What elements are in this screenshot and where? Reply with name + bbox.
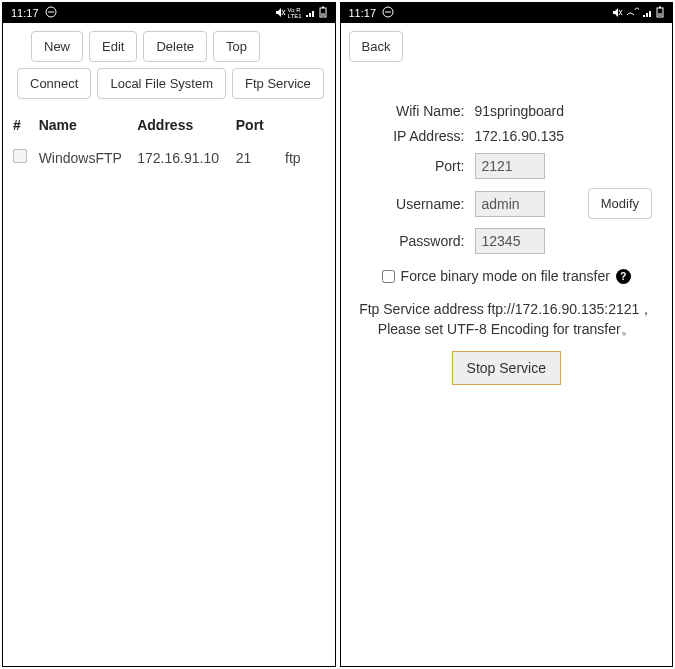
service-address-line: Ftp Service address ftp://172.16.90.135:… xyxy=(359,301,653,317)
status-bar: 11:17 xyxy=(341,3,673,23)
ftp-service-button[interactable]: Ftp Service xyxy=(232,68,324,99)
service-info: Ftp Service address ftp://172.16.90.135:… xyxy=(359,300,655,339)
phone-right: 11:17 Back Wifi Name: 91s xyxy=(340,2,674,667)
row-name: WindowsFTP xyxy=(39,150,138,166)
status-bar: 11:17 Vo RLTE1 xyxy=(3,3,335,23)
table-header: # Name Address Port xyxy=(11,109,327,141)
help-icon[interactable]: ? xyxy=(616,269,631,284)
signal-icon xyxy=(641,7,653,20)
encoding-line: Please set UTF-8 Encoding for transfer。 xyxy=(378,321,635,337)
row-type: ftp xyxy=(285,150,324,166)
status-dnd-icon xyxy=(382,6,394,20)
port-input[interactable] xyxy=(475,153,545,179)
signal-icon xyxy=(304,7,316,20)
row-address: 172.16.91.10 xyxy=(137,150,236,166)
binary-mode-label: Force binary mode on file transfer xyxy=(401,268,610,284)
username-label: Username: xyxy=(355,196,475,212)
col-address: Address xyxy=(137,117,236,133)
mute-icon xyxy=(274,7,286,20)
delete-button[interactable]: Delete xyxy=(143,31,207,62)
svg-rect-12 xyxy=(659,7,661,9)
new-button[interactable]: New xyxy=(31,31,83,62)
status-time: 11:17 xyxy=(11,7,39,19)
port-label: Port: xyxy=(355,158,475,174)
password-label: Password: xyxy=(355,233,475,249)
svg-rect-13 xyxy=(658,13,662,16)
username-input[interactable] xyxy=(475,191,545,217)
wifi-call-icon xyxy=(625,7,639,20)
status-time: 11:17 xyxy=(349,7,377,19)
ftp-config-form: Wifi Name: 91springboard IP Address: 172… xyxy=(349,90,665,389)
stop-service-button[interactable]: Stop Service xyxy=(452,351,561,385)
col-idx: # xyxy=(13,117,39,133)
mute-icon xyxy=(611,7,623,20)
connections-table: # Name Address Port WindowsFTP 172.16.91… xyxy=(11,109,327,174)
col-name: Name xyxy=(39,117,138,133)
col-port: Port xyxy=(236,117,285,133)
ip-value: 172.16.90.135 xyxy=(475,128,659,144)
battery-icon xyxy=(655,6,664,20)
edit-button[interactable]: Edit xyxy=(89,31,137,62)
table-row[interactable]: WindowsFTP 172.16.91.10 21 ftp xyxy=(11,141,327,174)
battery-icon xyxy=(318,6,327,20)
svg-rect-5 xyxy=(322,7,324,9)
ip-label: IP Address: xyxy=(355,128,475,144)
password-input[interactable] xyxy=(475,228,545,254)
connect-button[interactable]: Connect xyxy=(17,68,91,99)
phone-left: 11:17 Vo RLTE1 New Edit Delete Top C xyxy=(2,2,336,667)
wifi-value: 91springboard xyxy=(475,103,659,119)
content-right: Back Wifi Name: 91springboard IP Address… xyxy=(341,23,673,666)
wifi-label: Wifi Name: xyxy=(355,103,475,119)
status-dnd-icon xyxy=(45,6,57,20)
back-button[interactable]: Back xyxy=(349,31,404,62)
volte-icon: Vo RLTE1 xyxy=(288,7,302,19)
binary-mode-checkbox[interactable] xyxy=(382,270,395,283)
local-fs-button[interactable]: Local File System xyxy=(97,68,226,99)
content-left: New Edit Delete Top Connect Local File S… xyxy=(3,23,335,666)
svg-rect-6 xyxy=(321,13,325,16)
row-checkbox[interactable] xyxy=(13,149,27,163)
modify-button[interactable]: Modify xyxy=(588,188,652,219)
top-button[interactable]: Top xyxy=(213,31,260,62)
row-port: 21 xyxy=(236,150,285,166)
